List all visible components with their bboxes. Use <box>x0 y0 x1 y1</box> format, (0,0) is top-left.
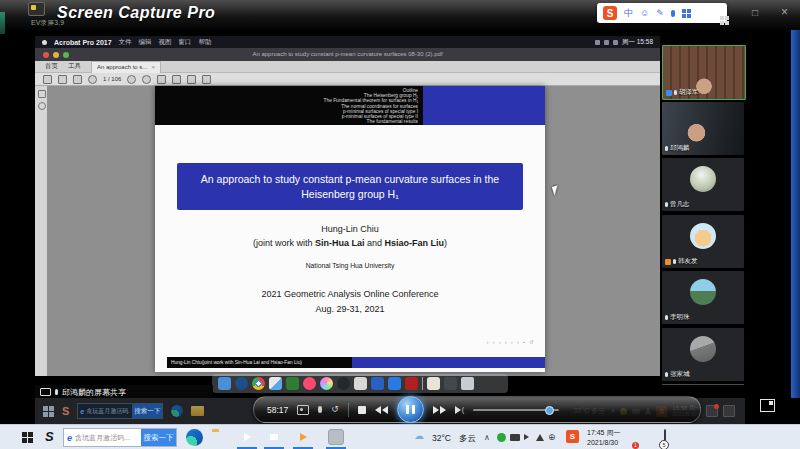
wifi-icon[interactable] <box>604 40 609 45</box>
dock-excel-icon[interactable] <box>286 377 299 390</box>
volume-icon[interactable]: ( <box>455 406 464 414</box>
snapshot-icon[interactable] <box>297 405 309 415</box>
highlight-icon[interactable] <box>202 75 211 84</box>
clock[interactable]: 17:45 周一 2021/8/30 <box>587 428 620 447</box>
speaker-icon[interactable] <box>524 434 529 440</box>
search-button[interactable]: 搜索一下 <box>141 429 176 446</box>
edge-icon[interactable] <box>186 429 203 446</box>
pencil-icon[interactable]: ✎ <box>656 9 664 18</box>
network-icon[interactable] <box>536 434 544 441</box>
participant-tile[interactable]: 曾凡志 <box>662 158 744 211</box>
rotate-icon[interactable] <box>172 75 181 84</box>
sogou-taskbar-icon[interactable]: S <box>45 429 54 444</box>
dock-photos-icon[interactable] <box>320 377 333 390</box>
popout-icon[interactable] <box>760 399 775 412</box>
start-button-icon[interactable] <box>22 432 33 443</box>
dock-meeting-icon[interactable] <box>388 377 401 390</box>
save-icon[interactable] <box>58 75 67 84</box>
dock-maps-icon[interactable] <box>269 377 282 390</box>
weather-temp[interactable]: 32°C <box>432 433 451 443</box>
search-button[interactable]: 搜索一下 <box>132 404 162 418</box>
print-icon[interactable] <box>73 75 82 84</box>
menu-edit[interactable]: 编辑 <box>139 38 152 47</box>
taskbar-search-box[interactable]: e 贪玩蓝月激活码... 搜索一下 <box>63 428 177 447</box>
dock-acrobat-icon[interactable] <box>405 377 418 390</box>
menubar-app-name[interactable]: Acrobat Pro 2017 <box>54 39 112 46</box>
grid-icon[interactable] <box>682 9 691 18</box>
zoom-in-icon[interactable] <box>142 75 151 84</box>
close-tab-icon[interactable]: × <box>151 64 155 70</box>
participant-tile[interactable]: 邱鸿麟 <box>662 102 744 155</box>
dock-browser-icon[interactable] <box>235 377 248 390</box>
tray-chevron-icon[interactable]: ∧ <box>484 433 490 442</box>
app-icon[interactable] <box>328 429 344 445</box>
menu-icon[interactable] <box>43 75 52 84</box>
zoom-out-icon[interactable] <box>127 75 136 84</box>
attachments-panel-icon[interactable] <box>38 102 46 110</box>
search-icon[interactable] <box>88 75 97 84</box>
participant-tile[interactable]: 李明珠 <box>662 271 744 324</box>
loop-icon[interactable]: ↺ <box>331 405 339 414</box>
dock-texshop-icon[interactable] <box>354 377 367 390</box>
keyboard-icon[interactable] <box>510 434 520 441</box>
message-icon[interactable] <box>723 405 735 417</box>
menu-help[interactable]: 帮助 <box>199 38 212 47</box>
notification-icon[interactable] <box>706 405 718 417</box>
dock-finder-icon[interactable] <box>218 377 231 390</box>
edge-icon[interactable] <box>171 405 183 417</box>
comment-icon[interactable] <box>187 75 196 84</box>
dock-trash-icon[interactable] <box>461 377 474 390</box>
file-explorer-icon[interactable] <box>191 406 204 416</box>
rewind-button[interactable] <box>375 406 388 414</box>
tab-tools[interactable]: 工具 <box>68 62 81 71</box>
sogou-logo-icon[interactable]: S <box>603 6 617 20</box>
weather-desc[interactable]: 多云 <box>459 433 476 445</box>
maximize-button[interactable]: □ <box>752 7 758 18</box>
emoji-icon[interactable]: ☺ <box>640 9 649 18</box>
status-icon[interactable] <box>595 40 600 45</box>
menu-view[interactable]: 视图 <box>159 38 172 47</box>
dock-github-icon[interactable] <box>337 377 350 390</box>
mic-icon[interactable] <box>318 406 322 413</box>
menu-file[interactable]: 文件 <box>119 38 132 47</box>
pause-button[interactable] <box>397 396 424 423</box>
screen-share-banner: 邱鸿麟的屏幕共享 <box>35 385 213 399</box>
start-button-icon[interactable] <box>43 406 54 417</box>
menu-window[interactable]: 窗口 <box>179 38 192 47</box>
apple-logo-icon[interactable] <box>42 40 47 45</box>
action-center-icon[interactable]: 5 <box>664 429 666 448</box>
weather-icon[interactable]: ☁ <box>414 430 424 441</box>
tab-home[interactable]: 首页 <box>45 62 58 71</box>
battery-icon[interactable] <box>613 40 618 45</box>
dock-chrome-icon[interactable] <box>252 377 265 390</box>
lang-toggle-icon[interactable]: 中 <box>624 9 633 18</box>
menubar-clock[interactable]: 周一 15:58 <box>622 38 653 47</box>
dock-files-icon[interactable] <box>427 377 440 390</box>
fast-forward-button[interactable] <box>433 406 446 414</box>
player-layout-icon[interactable] <box>720 16 729 25</box>
sogou-input-toolbar[interactable]: S 中 ☺ ✎ <box>597 3 727 23</box>
participant-tile[interactable]: 韩友发 <box>662 215 744 268</box>
participant-tile[interactable]: 张家城 <box>662 328 744 381</box>
volume-slider-knob[interactable] <box>545 406 554 415</box>
bookmarks-panel-icon[interactable] <box>38 90 46 98</box>
page-indicator[interactable]: 1 / 106 <box>103 76 121 82</box>
dock-music-icon[interactable] <box>303 377 316 390</box>
sogou-taskbar-icon[interactable]: S <box>62 405 69 417</box>
participant-tile[interactable]: 胡泽军 <box>662 45 746 100</box>
sogou-tray-icon[interactable]: S <box>566 430 579 443</box>
close-button[interactable]: × <box>781 5 788 19</box>
beamer-nav-icons[interactable]: ‹ › ‹ › ‹ › ▪ ↺ <box>487 339 535 345</box>
dock-notes-icon[interactable] <box>444 377 457 390</box>
accessibility-icon[interactable]: ⊕ <box>548 432 556 442</box>
dock-word-icon[interactable] <box>371 377 384 390</box>
document-tab[interactable]: An approach to s... × <box>91 61 161 73</box>
volume-slider[interactable] <box>473 409 559 411</box>
page-fit-icon[interactable] <box>157 75 166 84</box>
security-tray-icon[interactable] <box>497 433 506 442</box>
hand-raised-icon <box>665 259 671 265</box>
taskbar-search-box[interactable]: e 贪玩蓝月激活码... 搜索一下 <box>77 403 163 419</box>
stop-button[interactable] <box>358 406 366 414</box>
mac-dock[interactable] <box>212 374 508 393</box>
mic-icon[interactable] <box>671 10 675 17</box>
